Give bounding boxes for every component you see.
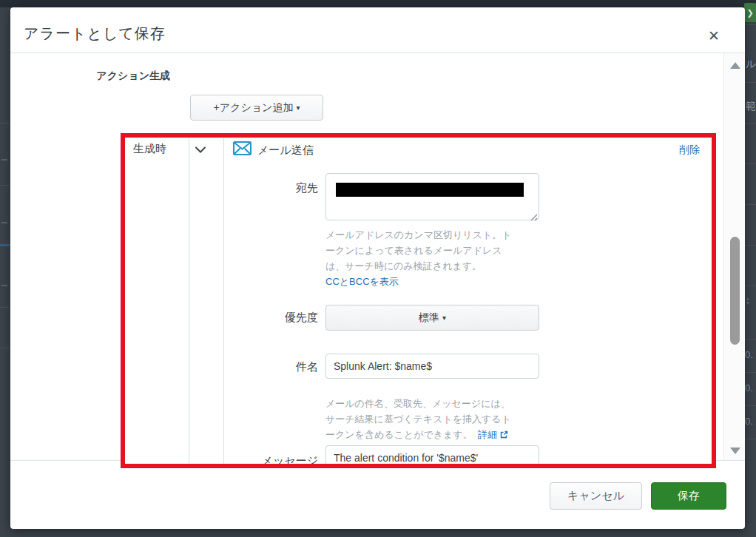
background-table-value: 0.: [745, 416, 753, 427]
sort-icon: ▴▾: [746, 297, 749, 305]
help-line: サーチ結果に基づくテキストを挿入するト: [325, 411, 562, 427]
header-divider: [10, 53, 745, 53]
background-partial-text: 範: [746, 100, 756, 113]
help-line-text: ークンを含めることができます。: [325, 429, 473, 440]
message-input[interactable]: [325, 445, 539, 468]
background-table-value: 0.: [745, 349, 753, 360]
background-divider: [745, 245, 756, 246]
scroll-up-icon[interactable]: [730, 62, 740, 69]
background-app-icon: ❯: [744, 3, 756, 22]
background-text-fragment: [1, 159, 7, 161]
message-label: メッセージ: [262, 454, 318, 468]
delete-action-link[interactable]: 削除: [679, 143, 700, 157]
trigger-when-label: 生成時: [133, 142, 166, 156]
background-table-value: 0.: [745, 382, 753, 394]
priority-label: 優先度: [285, 311, 318, 325]
action-generation-label: アクション生成: [10, 70, 170, 83]
help-line: ークンを含めることができます。 詳細: [325, 427, 562, 442]
help-line: ークンによって表されるメールアドレス: [325, 243, 562, 258]
background-divider: [745, 372, 756, 373]
dialog-scrollbar[interactable]: [723, 53, 745, 460]
background-divider: [745, 123, 756, 124]
redacted-email-value: [336, 183, 524, 197]
background-accent-bar: [0, 244, 10, 246]
chevron-down-icon: ▾: [296, 104, 300, 112]
priority-value: 標準: [419, 311, 439, 323]
resize-handle-icon[interactable]: [530, 211, 538, 224]
background-divider: [0, 348, 10, 348]
subject-help-text: メールの件名、受取先、メッセージには、 サーチ結果に基づくテキストを挿入するト …: [325, 396, 562, 442]
background-divider: [745, 24, 756, 25]
cancel-button[interactable]: キャンセル: [550, 482, 642, 510]
column-divider: [189, 138, 189, 464]
background-partial-text: ル: [746, 58, 756, 71]
collapse-chevron-icon[interactable]: [195, 144, 206, 155]
background-divider: [745, 439, 756, 439]
email-action-panel: 生成時 メール送信 削除 宛先 メールアドレスのカンマ区切りリスト。ト ークンに…: [121, 133, 716, 468]
show-cc-bcc-link[interactable]: CCとBCCを表示: [325, 275, 399, 288]
to-help-text: メールアドレスのカンマ区切りリスト。ト ークンによって表されるメールアドレス は…: [325, 227, 562, 274]
background-divider: [745, 286, 756, 286]
background-divider: [745, 204, 756, 205]
add-action-label: +アクション追加: [214, 101, 294, 113]
external-link-icon: [500, 430, 508, 439]
background-divider: [745, 163, 756, 164]
column-divider: [223, 138, 224, 464]
help-line: は、サーチ時にのみ検証されます。: [325, 258, 562, 274]
background-topbar: [0, 0, 756, 7]
to-label: 宛先: [296, 181, 318, 195]
to-input[interactable]: [325, 173, 539, 220]
details-link[interactable]: 詳細: [478, 429, 497, 440]
background-text-fragment: [1, 285, 7, 286]
email-action-title: メール送信: [257, 143, 314, 158]
scrollbar-thumb[interactable]: [730, 237, 740, 345]
help-line: メールアドレスのカンマ区切りリスト。ト: [325, 227, 562, 243]
help-line: メールの件名、受取先、メッセージには、: [325, 396, 562, 411]
background-divider: [745, 339, 756, 340]
subject-label: 件名: [296, 360, 318, 374]
email-icon: [233, 141, 252, 158]
scroll-down-icon[interactable]: [730, 448, 740, 454]
close-icon[interactable]: ✕: [703, 25, 725, 47]
priority-dropdown[interactable]: 標準▾: [325, 305, 539, 331]
dialog-title: アラートとして保存: [24, 24, 166, 44]
background-divider: [745, 82, 756, 83]
background-divider: [745, 405, 756, 406]
save-as-alert-dialog: アラートとして保存 ✕ アクション生成 +アクション追加▾ 生成時 メール送信 …: [10, 7, 745, 529]
background-text-fragment: [1, 222, 7, 223]
background-divider: [0, 185, 10, 186]
subject-input[interactable]: [325, 354, 539, 379]
background-divider: [0, 307, 10, 308]
chevron-down-icon: ▾: [442, 314, 446, 322]
add-action-button[interactable]: +アクション追加▾: [190, 95, 323, 121]
save-button[interactable]: 保存: [651, 482, 726, 510]
background-divider: [0, 123, 10, 124]
